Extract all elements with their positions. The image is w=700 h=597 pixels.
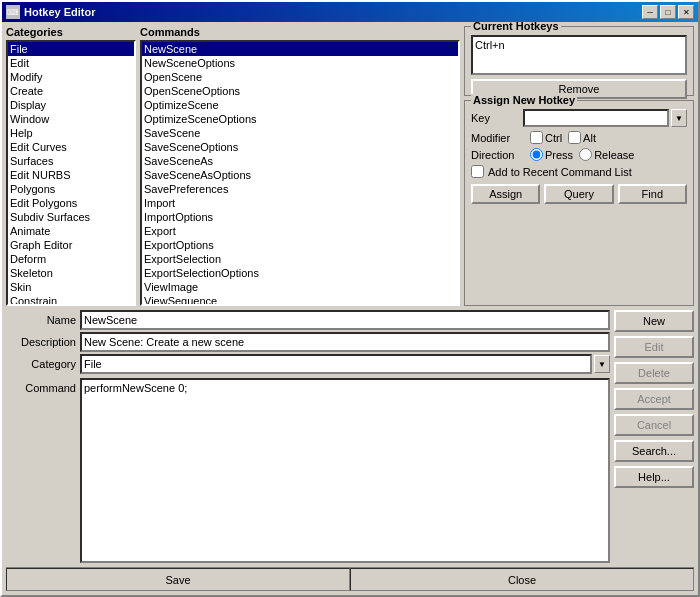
- list-item[interactable]: ExportSelectionOptions: [142, 266, 458, 280]
- list-item[interactable]: Constrain: [8, 294, 134, 306]
- close-status-button[interactable]: Close: [350, 568, 694, 591]
- key-label: Key: [471, 112, 519, 124]
- title-buttons: ─ □ ✕: [642, 5, 694, 19]
- list-item[interactable]: ViewImage: [142, 280, 458, 294]
- list-item[interactable]: SaveScene: [142, 126, 458, 140]
- command-label: Command: [6, 378, 76, 563]
- list-item[interactable]: Modify: [8, 70, 134, 84]
- list-item[interactable]: OptimizeScene: [142, 98, 458, 112]
- current-hotkeys-title: Current Hotkeys: [471, 22, 561, 32]
- list-item[interactable]: Help: [8, 126, 134, 140]
- assign-new-hotkey-group: Assign New Hotkey Key ▼ Modifier: [464, 100, 694, 306]
- list-item[interactable]: ViewSequence: [142, 294, 458, 306]
- right-panel: Current Hotkeys Ctrl+n Remove List All..…: [464, 26, 694, 306]
- categories-listbox[interactable]: FileEditModifyCreateDisplayWindowHelpEdi…: [6, 40, 136, 306]
- alt-checkbox[interactable]: [568, 131, 581, 144]
- hotkey-display: Ctrl+n: [471, 35, 687, 75]
- help-button[interactable]: Help...: [614, 466, 694, 488]
- list-item[interactable]: OptimizeSceneOptions: [142, 112, 458, 126]
- minimize-button[interactable]: ─: [642, 5, 658, 19]
- list-item[interactable]: File: [8, 42, 134, 56]
- list-item[interactable]: Skin: [8, 280, 134, 294]
- list-item[interactable]: NewScene: [142, 42, 458, 56]
- name-row: Name: [6, 310, 610, 330]
- category-row: Category ▼: [6, 354, 610, 374]
- list-item[interactable]: SaveSceneAsOptions: [142, 168, 458, 182]
- cancel-button[interactable]: Cancel: [614, 414, 694, 436]
- direction-row: Direction Press Release: [471, 148, 687, 161]
- list-item[interactable]: Edit: [8, 56, 134, 70]
- find-button[interactable]: Find: [618, 184, 687, 204]
- maximize-button[interactable]: □: [660, 5, 676, 19]
- list-item[interactable]: SaveSceneOptions: [142, 140, 458, 154]
- description-row: Description: [6, 332, 610, 352]
- commands-listbox[interactable]: NewSceneNewSceneOptionsOpenSceneOpenScen…: [140, 40, 460, 306]
- current-hotkeys-group: Current Hotkeys Ctrl+n Remove List All..…: [464, 26, 694, 96]
- title-bar: ⌨ Hotkey Editor ─ □ ✕: [2, 2, 698, 22]
- press-radio[interactable]: [530, 148, 543, 161]
- release-radio[interactable]: [579, 148, 592, 161]
- add-recent-checkbox[interactable]: [471, 165, 484, 178]
- list-item[interactable]: Export: [142, 224, 458, 238]
- list-item[interactable]: Window: [8, 112, 134, 126]
- category-input[interactable]: [80, 354, 592, 374]
- list-item[interactable]: Skeleton: [8, 266, 134, 280]
- list-item[interactable]: Polygons: [8, 182, 134, 196]
- list-item[interactable]: Edit Curves: [8, 140, 134, 154]
- close-button[interactable]: ✕: [678, 5, 694, 19]
- right-buttons-panel: New Edit Delete Accept Cancel Search... …: [614, 310, 694, 563]
- list-item[interactable]: Edit NURBS: [8, 168, 134, 182]
- list-item[interactable]: Subdiv Surfaces: [8, 210, 134, 224]
- list-item[interactable]: SavePreferences: [142, 182, 458, 196]
- category-label: Category: [6, 358, 76, 370]
- command-textarea[interactable]: [80, 378, 610, 563]
- ctrl-checkbox-group: Ctrl: [530, 131, 562, 144]
- query-button[interactable]: Query: [544, 184, 613, 204]
- list-item[interactable]: Import: [142, 196, 458, 210]
- list-item[interactable]: SaveSceneAs: [142, 154, 458, 168]
- categories-label: Categories: [6, 26, 136, 38]
- modifier-row: Modifier Ctrl Alt: [471, 131, 687, 144]
- key-input[interactable]: [523, 109, 669, 127]
- modifier-label: Modifier: [471, 132, 526, 144]
- bottom-section: Name Description Category ▼: [6, 310, 694, 563]
- list-item[interactable]: Surfaces: [8, 154, 134, 168]
- press-label: Press: [545, 149, 573, 161]
- list-item[interactable]: Edit Polygons: [8, 196, 134, 210]
- delete-button[interactable]: Delete: [614, 362, 694, 384]
- list-item[interactable]: Deform: [8, 252, 134, 266]
- category-select-wrapper: ▼: [80, 354, 610, 374]
- new-button[interactable]: New: [614, 310, 694, 332]
- list-item[interactable]: Display: [8, 98, 134, 112]
- list-item[interactable]: Create: [8, 84, 134, 98]
- list-item[interactable]: Animate: [8, 224, 134, 238]
- assign-query-find-row: Assign Query Find: [471, 184, 687, 204]
- edit-button[interactable]: Edit: [614, 336, 694, 358]
- key-row: Key ▼: [471, 109, 687, 127]
- alt-checkbox-group: Alt: [568, 131, 596, 144]
- list-item[interactable]: OpenScene: [142, 70, 458, 84]
- list-item[interactable]: ExportOptions: [142, 238, 458, 252]
- search-button[interactable]: Search...: [614, 440, 694, 462]
- assign-button[interactable]: Assign: [471, 184, 540, 204]
- list-item[interactable]: Graph Editor: [8, 238, 134, 252]
- description-input[interactable]: [80, 332, 610, 352]
- command-textarea-wrapper: [80, 378, 610, 563]
- category-dropdown-arrow[interactable]: ▼: [594, 355, 610, 373]
- accept-button[interactable]: Accept: [614, 388, 694, 410]
- name-label: Name: [6, 314, 76, 326]
- list-item[interactable]: ExportSelection: [142, 252, 458, 266]
- add-recent-row: Add to Recent Command List: [471, 165, 687, 178]
- description-label: Description: [6, 336, 76, 348]
- commands-container: Commands NewSceneNewSceneOptionsOpenScen…: [140, 26, 460, 306]
- ctrl-checkbox[interactable]: [530, 131, 543, 144]
- form-panel: Name Description Category ▼: [6, 310, 610, 563]
- name-input[interactable]: [80, 310, 610, 330]
- list-item[interactable]: ImportOptions: [142, 210, 458, 224]
- modifier-checkboxes: Ctrl Alt: [530, 131, 596, 144]
- assign-title: Assign New Hotkey: [471, 94, 577, 106]
- key-dropdown-arrow[interactable]: ▼: [671, 109, 687, 127]
- list-item[interactable]: OpenSceneOptions: [142, 84, 458, 98]
- save-status-button[interactable]: Save: [6, 568, 350, 591]
- list-item[interactable]: NewSceneOptions: [142, 56, 458, 70]
